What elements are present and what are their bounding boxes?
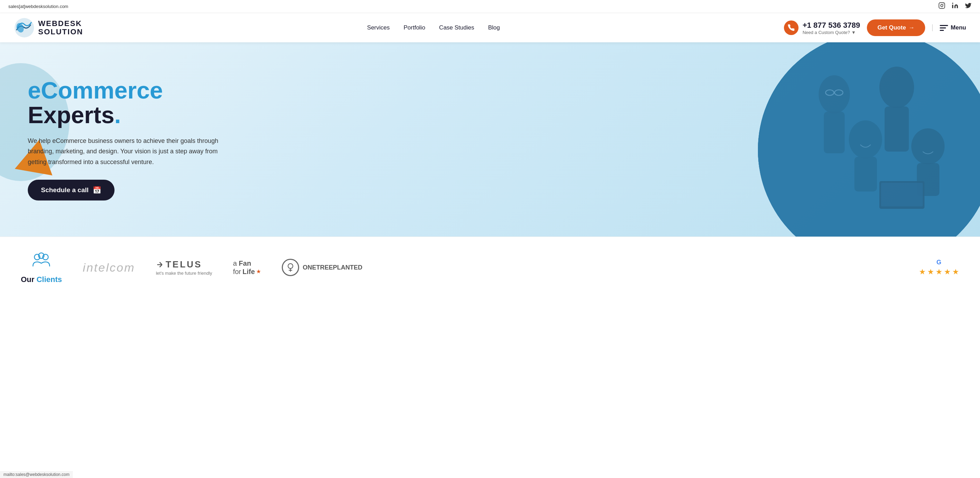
phone-sub: Need a Custom Quote? ▼ [803, 30, 860, 35]
hero-description: We help eCommerce business owners to ach… [28, 136, 222, 168]
schedule-call-button[interactable]: Schedule a call 📅 [28, 180, 115, 200]
linkedin-icon[interactable] [951, 2, 958, 11]
phone-icon [784, 21, 799, 35]
twitter-icon[interactable] [965, 2, 972, 11]
svg-point-2 [943, 4, 944, 5]
phone-section: +1 877 536 3789 Need a Custom Quote? ▼ [784, 21, 860, 35]
our-clients-section: Our Clients [21, 251, 62, 284]
schedule-label: Schedule a call [41, 186, 89, 194]
hero-image-circle [758, 42, 980, 237]
client-logo-onetreeplanted: ONETREEPLANTED [282, 259, 362, 276]
menu-button[interactable]: Menu [932, 24, 966, 31]
hamburger-icon [940, 25, 948, 31]
clients-bar: Our Clients intelcom TELUS let's make th… [0, 237, 980, 291]
logo-webdesk: WEBDESK [38, 19, 83, 28]
nav-blog[interactable]: Blog [488, 24, 500, 31]
client-logo-intelcom: intelcom [83, 261, 135, 275]
svg-point-1 [941, 5, 943, 7]
hero-title-experts: Experts. [28, 102, 222, 128]
nav-case-studies[interactable]: Case Studies [439, 24, 474, 31]
svg-point-4 [952, 3, 953, 4]
calendar-icon: 📅 [93, 186, 101, 194]
hero-image-area [451, 42, 980, 237]
nav-services[interactable]: Services [367, 24, 390, 31]
logo-solution: SOLUTION [38, 28, 83, 36]
telus-name: TELUS [165, 259, 202, 270]
hero-title-ecommerce: eCommerce [28, 78, 222, 102]
header-right: +1 877 536 3789 Need a Custom Quote? ▼ G… [784, 19, 966, 36]
phone-number: +1 877 536 3789 [803, 21, 860, 30]
google-stars: ★★★★★ [919, 267, 959, 276]
svg-rect-3 [952, 5, 953, 8]
onetree-label: ONETREEPLANTED [302, 264, 362, 271]
hero-content: eCommerce Experts. We help eCommerce bus… [0, 57, 250, 222]
svg-rect-0 [939, 3, 945, 9]
nav-portfolio[interactable]: Portfolio [404, 24, 425, 31]
phone-info: +1 877 536 3789 Need a Custom Quote? ▼ [803, 21, 860, 35]
hero-section: eCommerce Experts. We help eCommerce bus… [0, 42, 980, 237]
onetree-icon [282, 259, 299, 276]
clients-group-icon [32, 251, 50, 272]
header: WEBDESK SOLUTION Services Portfolio Case… [0, 13, 980, 42]
menu-label: Menu [951, 24, 966, 31]
svg-point-28 [288, 264, 293, 268]
client-logo-telus: TELUS let's make the future friendly [156, 259, 212, 276]
logo[interactable]: WEBDESK SOLUTION [14, 17, 83, 38]
client-logo-fan-for-life: a Fan for Life★ [233, 259, 261, 276]
top-bar-email: sales[at]webdesksolution.com [8, 4, 68, 9]
main-nav: Services Portfolio Case Studies Blog [367, 24, 500, 31]
our-clients-label: Our Clients [21, 275, 62, 284]
google-rating: G ★★★★★ [919, 259, 959, 276]
get-quote-arrow: → [909, 24, 915, 31]
top-bar: sales[at]webdesksolution.com [0, 0, 980, 13]
telus-sub: let's make the future friendly [156, 271, 212, 276]
instagram-icon[interactable] [939, 2, 945, 11]
top-bar-social [939, 2, 972, 11]
get-quote-button[interactable]: Get Quote → [867, 19, 925, 36]
get-quote-label: Get Quote [877, 24, 906, 31]
